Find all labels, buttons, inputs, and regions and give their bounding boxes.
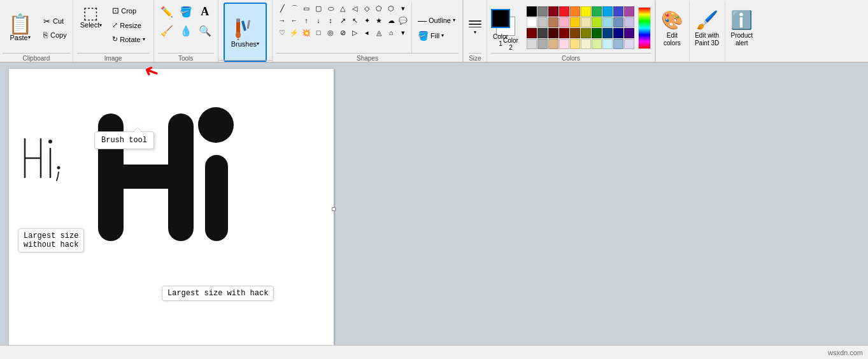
shape-arrow-u[interactable]: ↑ (301, 15, 312, 26)
shape-arrow-nw[interactable]: ↖ (349, 15, 360, 26)
shape-pentagon[interactable]: ⬠ (373, 3, 385, 14)
shape-more[interactable]: ▾ (397, 3, 409, 14)
swatch[interactable] (570, 39, 580, 49)
shape-rect[interactable]: ▭ (301, 3, 312, 14)
swatch[interactable] (548, 17, 559, 27)
swatch[interactable] (570, 17, 580, 27)
swatch[interactable] (624, 39, 634, 49)
swatch[interactable] (581, 39, 591, 49)
swatch[interactable] (624, 6, 634, 17)
fill-button[interactable]: 🪣 Fill ▾ (415, 29, 459, 43)
pencil-button[interactable]: ✏️ (158, 3, 176, 20)
paste-button[interactable]: 📋 Paste ▾ (3, 3, 38, 53)
swatch[interactable] (613, 39, 623, 49)
outline-button[interactable]: — Outline ▾ (415, 13, 459, 27)
select-button[interactable]: ⬚ Select ▾ (77, 3, 106, 31)
edit-colors-button[interactable]: 🎨 Editcolors (655, 0, 689, 62)
swatch[interactable] (602, 17, 613, 27)
swatch[interactable] (624, 28, 634, 38)
shape-arrow-r[interactable]: → (276, 15, 288, 26)
swatch[interactable] (602, 39, 613, 49)
size-button[interactable]: ▾ (469, 3, 481, 53)
drawing-canvas[interactable]: Largest sizewithout hack Largest size wi… (9, 69, 334, 345)
shape-r6[interactable]: ◬ (373, 27, 385, 38)
cut-button[interactable]: ✂ Cut (40, 15, 70, 27)
swatch[interactable] (527, 6, 537, 17)
shape-arrow-4[interactable]: ↕ (325, 15, 336, 26)
swatch[interactable] (559, 39, 569, 49)
color-picker-button[interactable]: 💧 (177, 22, 195, 40)
swatch[interactable] (613, 17, 623, 27)
swatch[interactable] (613, 28, 623, 38)
shape-hexagon[interactable]: ⬡ (385, 3, 397, 14)
copy-button[interactable]: ⎘ Copy (40, 29, 70, 41)
rotate-button[interactable]: ↻ Rotate ▾ (108, 33, 149, 45)
shape-r5[interactable]: ◂ (361, 27, 373, 38)
shape-line[interactable]: ╱ (276, 3, 288, 14)
swatch[interactable] (537, 28, 548, 38)
resize-handle-right[interactable] (332, 207, 336, 211)
swatch[interactable] (602, 28, 613, 38)
swatch[interactable] (592, 39, 602, 49)
shape-rtri[interactable]: ◁ (349, 3, 360, 14)
product-alert-label: Productalert (731, 32, 753, 47)
shape-explosion[interactable]: 💥 (301, 27, 312, 38)
shape-arrow-l[interactable]: ← (288, 15, 300, 26)
shape-r4[interactable]: ▷ (349, 27, 360, 38)
swatch[interactable] (570, 28, 580, 38)
resize-button[interactable]: ⤢ Resize (108, 19, 149, 31)
swatch[interactable] (527, 28, 537, 38)
swatch[interactable] (537, 6, 548, 17)
shape-rounded-rect[interactable]: ▢ (313, 3, 324, 14)
crop-button[interactable]: ⊡ Crop (108, 4, 149, 17)
shape-callout[interactable]: 💬 (397, 15, 409, 26)
edit-paint3d-button[interactable]: 🖌️ Edit withPaint 3D (689, 0, 725, 62)
shape-ellipse[interactable]: ⬭ (325, 3, 336, 14)
shape-r7[interactable]: ⌂ (385, 27, 397, 38)
shape-cloud[interactable]: ☁ (385, 15, 397, 26)
shape-diamond[interactable]: ◇ (361, 3, 373, 14)
shape-arrow-d[interactable]: ↓ (313, 15, 324, 26)
shape-curve[interactable]: ⌒ (288, 3, 300, 14)
shape-r3[interactable]: ⊘ (337, 27, 348, 38)
swatch[interactable] (559, 28, 569, 38)
swatch[interactable] (537, 17, 548, 27)
shape-arrow-ne[interactable]: ↗ (337, 15, 348, 26)
swatch[interactable] (613, 6, 623, 17)
shape-r2[interactable]: ◎ (325, 27, 336, 38)
fill-tool-button[interactable]: 🪣 (177, 3, 195, 20)
magnifier-button[interactable]: 🔍 (196, 22, 214, 40)
swatch[interactable] (548, 28, 559, 38)
swatch[interactable] (559, 17, 569, 27)
shape-scroll-more[interactable]: ▾ (397, 27, 409, 38)
swatch[interactable] (581, 6, 591, 17)
rainbow-swatch[interactable] (638, 7, 651, 49)
shape-star4[interactable]: ✦ (361, 15, 373, 26)
shape-star5[interactable]: ★ (373, 15, 385, 26)
swatch[interactable] (527, 17, 537, 27)
swatch[interactable] (537, 39, 548, 49)
swatch[interactable] (624, 17, 634, 27)
product-alert-button[interactable]: ℹ️ Productalert (725, 0, 758, 62)
shape-lightning[interactable]: ⚡ (288, 27, 300, 38)
shape-triangle[interactable]: △ (337, 3, 348, 14)
swatch[interactable] (570, 6, 580, 17)
swatch[interactable] (548, 6, 559, 17)
eraser-button[interactable]: 🧹 (158, 22, 176, 40)
swatch[interactable] (548, 39, 559, 49)
swatch[interactable] (527, 39, 537, 49)
swatch[interactable] (581, 28, 591, 38)
swatch[interactable] (559, 6, 569, 17)
size-label: Size (469, 53, 481, 62)
color1-box[interactable] (491, 9, 510, 28)
swatch[interactable] (581, 17, 591, 27)
shape-heart[interactable]: ♡ (276, 27, 288, 38)
swatch[interactable] (592, 6, 602, 17)
swatch[interactable] (602, 6, 613, 17)
text-button[interactable]: A (196, 3, 214, 20)
brushes-button[interactable]: Brushes ▾ (224, 3, 267, 62)
shape-r1[interactable]: □ (313, 27, 324, 38)
swatch[interactable] (592, 17, 602, 27)
shapes-label: Shapes (276, 53, 459, 62)
swatch[interactable] (592, 28, 602, 38)
